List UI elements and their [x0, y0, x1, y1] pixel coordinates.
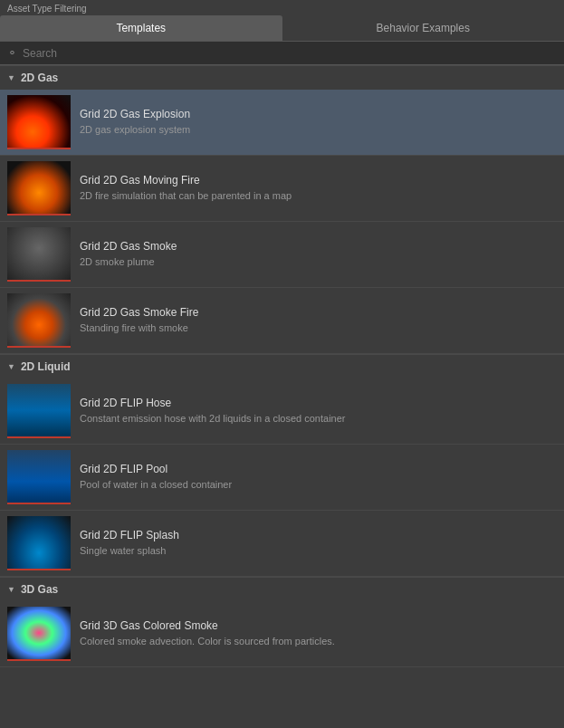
- chevron-down-icon-2d-liquid: ▼: [7, 362, 15, 371]
- item-thumb-moving-fire: [7, 161, 71, 216]
- item-thumb-explosion: [7, 95, 71, 149]
- item-info-colored-smoke: Grid 3D Gas Colored Smoke Colored smoke …: [80, 619, 557, 647]
- content-area: ▼ 2D Gas Grid 2D Gas Explosion 2D gas ex…: [0, 65, 564, 667]
- item-grid-2d-gas-moving-fire[interactable]: Grid 2D Gas Moving Fire 2D fire simulati…: [0, 156, 564, 222]
- item-info-moving-fire: Grid 2D Gas Moving Fire 2D fire simulati…: [80, 174, 557, 202]
- section-header-2d-gas[interactable]: ▼ 2D Gas: [0, 65, 564, 90]
- item-grid-2d-gas-smoke[interactable]: Grid 2D Gas Smoke 2D smoke plume: [0, 222, 564, 288]
- item-title-colored-smoke: Grid 3D Gas Colored Smoke: [80, 619, 557, 632]
- item-title-smoke: Grid 2D Gas Smoke: [80, 240, 557, 253]
- item-grid-2d-gas-explosion[interactable]: Grid 2D Gas Explosion 2D gas explosion s…: [0, 90, 564, 156]
- section-label-2d-liquid: 2D Liquid: [21, 360, 71, 373]
- item-info-flip-splash: Grid 2D FLIP Splash Single water splash: [80, 529, 557, 557]
- tab-templates[interactable]: Templates: [0, 15, 282, 41]
- item-info-flip-pool: Grid 2D FLIP Pool Pool of water in a clo…: [80, 463, 557, 491]
- item-title-flip-hose: Grid 2D FLIP Hose: [80, 397, 557, 409]
- item-grid-2d-flip-pool[interactable]: Grid 2D FLIP Pool Pool of water in a clo…: [0, 445, 564, 511]
- search-input[interactable]: [23, 47, 557, 60]
- tab-behavior-examples[interactable]: Behavior Examples: [282, 15, 565, 41]
- item-desc-flip-pool: Pool of water in a closed container: [80, 478, 557, 491]
- item-title-flip-pool: Grid 2D FLIP Pool: [80, 463, 557, 475]
- search-bar: ⚬: [0, 42, 564, 65]
- chevron-down-icon-3d-gas: ▼: [7, 585, 15, 594]
- asset-type-label: Asset Type Filtering: [0, 0, 564, 15]
- item-thumb-smoke: [7, 227, 71, 282]
- item-thumb-flip-pool: [7, 450, 71, 504]
- item-title-explosion: Grid 2D Gas Explosion: [80, 108, 557, 120]
- item-info-smoke-fire: Grid 2D Gas Smoke Fire Standing fire wit…: [80, 306, 557, 334]
- section-items-2d-gas: Grid 2D Gas Explosion 2D gas explosion s…: [0, 90, 564, 354]
- item-desc-smoke: 2D smoke plume: [80, 255, 557, 268]
- item-thumb-flip-splash: [7, 516, 71, 570]
- section-items-2d-liquid: Grid 2D FLIP Hose Constant emission hose…: [0, 378, 564, 577]
- item-title-flip-splash: Grid 2D FLIP Splash: [80, 529, 557, 541]
- search-icon: ⚬: [7, 46, 17, 60]
- item-grid-2d-flip-hose[interactable]: Grid 2D FLIP Hose Constant emission hose…: [0, 378, 564, 445]
- section-2d-gas: ▼ 2D Gas Grid 2D Gas Explosion 2D gas ex…: [0, 65, 564, 354]
- chevron-down-icon-2d-gas: ▼: [7, 73, 15, 82]
- section-label-3d-gas: 3D Gas: [21, 583, 58, 596]
- item-thumb-colored-smoke: [7, 607, 71, 661]
- section-items-3d-gas: Grid 3D Gas Colored Smoke Colored smoke …: [0, 601, 564, 667]
- item-desc-flip-hose: Constant emission hose with 2d liquids i…: [80, 412, 557, 425]
- item-thumb-smoke-fire: [7, 293, 71, 348]
- item-grid-2d-gas-smoke-fire[interactable]: Grid 2D Gas Smoke Fire Standing fire wit…: [0, 288, 564, 354]
- section-3d-gas: ▼ 3D Gas Grid 3D Gas Colored Smoke Color…: [0, 577, 564, 667]
- item-desc-colored-smoke: Colored smoke advection. Color is source…: [80, 635, 557, 647]
- section-label-2d-gas: 2D Gas: [21, 72, 58, 84]
- item-grid-3d-gas-colored-smoke[interactable]: Grid 3D Gas Colored Smoke Colored smoke …: [0, 601, 564, 667]
- section-2d-liquid: ▼ 2D Liquid Grid 2D FLIP Hose Constant e…: [0, 354, 564, 577]
- item-desc-explosion: 2D gas explosion system: [80, 123, 557, 136]
- section-header-2d-liquid[interactable]: ▼ 2D Liquid: [0, 354, 564, 378]
- item-grid-2d-flip-splash[interactable]: Grid 2D FLIP Splash Single water splash: [0, 511, 564, 577]
- item-title-smoke-fire: Grid 2D Gas Smoke Fire: [80, 306, 557, 319]
- item-thumb-flip-hose: [7, 384, 71, 438]
- item-info-smoke: Grid 2D Gas Smoke 2D smoke plume: [80, 240, 557, 268]
- item-desc-moving-fire: 2D fire simulation that can be parented …: [80, 189, 557, 202]
- item-desc-smoke-fire: Standing fire with smoke: [80, 321, 557, 334]
- item-info-flip-hose: Grid 2D FLIP Hose Constant emission hose…: [80, 397, 557, 425]
- item-info-explosion: Grid 2D Gas Explosion 2D gas explosion s…: [80, 108, 557, 136]
- item-desc-flip-splash: Single water splash: [80, 544, 557, 557]
- section-header-3d-gas[interactable]: ▼ 3D Gas: [0, 577, 564, 601]
- tab-bar: Templates Behavior Examples: [0, 15, 564, 42]
- item-title-moving-fire: Grid 2D Gas Moving Fire: [80, 174, 557, 187]
